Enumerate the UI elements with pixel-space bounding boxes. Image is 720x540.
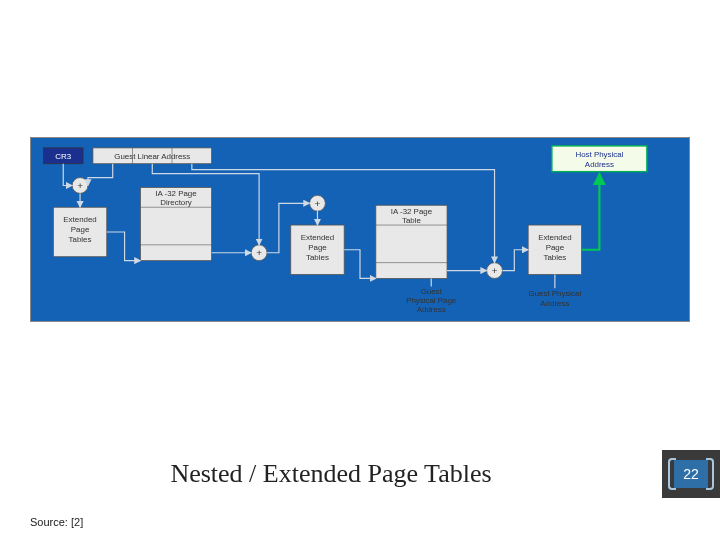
source-note: Source: [2]: [30, 516, 83, 528]
svg-text:Extended: Extended: [301, 233, 334, 242]
page-number-block: 22: [662, 450, 720, 498]
svg-text:Page: Page: [546, 243, 565, 252]
svg-text:Table: Table: [402, 216, 422, 225]
ept-diagram: CR3 Guest Linear Address Host Physical A…: [31, 138, 689, 321]
title-bar: Nested / Extended Page Tables 22: [0, 450, 720, 498]
guest-linear-label: Guest Linear Address: [114, 152, 190, 161]
svg-text:Tables: Tables: [69, 235, 92, 244]
svg-text:+: +: [315, 198, 321, 209]
svg-text:Directory: Directory: [160, 198, 192, 207]
svg-text:Extended: Extended: [63, 215, 96, 224]
svg-text:+: +: [77, 180, 83, 191]
svg-text:Page: Page: [308, 243, 327, 252]
svg-text:Tables: Tables: [306, 253, 329, 262]
svg-text:+: +: [492, 265, 498, 276]
svg-text:Page: Page: [71, 225, 90, 234]
svg-text:Extended: Extended: [538, 233, 571, 242]
svg-text:IA -32 Page: IA -32 Page: [155, 189, 197, 198]
svg-text:+: +: [256, 247, 262, 258]
svg-text:Tables: Tables: [543, 253, 566, 262]
svg-text:Physical Page: Physical Page: [406, 296, 457, 305]
host-physical-label-2: Address: [585, 160, 614, 169]
svg-text:IA -32 Page: IA -32 Page: [391, 207, 433, 216]
svg-text:Address: Address: [417, 305, 446, 314]
host-physical-label-1: Host Physical: [575, 150, 623, 159]
svg-text:Guest: Guest: [421, 287, 443, 296]
svg-text:Guest Physical: Guest Physical: [529, 289, 582, 298]
slide-title: Nested / Extended Page Tables: [0, 459, 662, 489]
page-number: 22: [674, 460, 708, 488]
svg-text:Address: Address: [540, 299, 569, 308]
cr3-label: CR3: [55, 152, 71, 161]
diagram-frame: CR3 Guest Linear Address Host Physical A…: [30, 137, 690, 322]
